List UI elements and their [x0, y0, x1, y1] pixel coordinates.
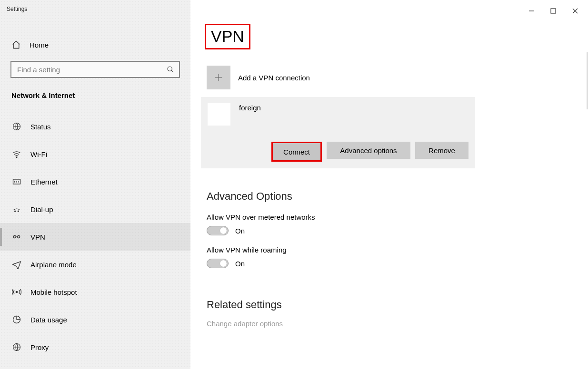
sidebar-item-label: Data usage [30, 316, 67, 324]
datausage-icon [11, 314, 22, 325]
svg-point-8 [16, 291, 17, 292]
svg-point-7 [18, 236, 20, 238]
page-title-highlight-box: VPN [205, 24, 250, 49]
sidebar-item-dialup[interactable]: Dial-up [0, 195, 190, 223]
toggle-metered-switch[interactable] [207, 226, 229, 235]
ethernet-icon [11, 176, 22, 187]
sidebar-item-proxy[interactable]: Proxy [0, 333, 190, 361]
window-controls [518, 0, 588, 22]
hotspot-icon [11, 287, 22, 297]
sidebar-item-label: Wi-Fi [30, 150, 47, 158]
sidebar-item-status[interactable]: Status [0, 113, 190, 140]
connect-button[interactable]: Connect [271, 142, 322, 162]
sidebar-item-label: Status [30, 123, 51, 131]
svg-point-5 [18, 211, 19, 212]
advanced-options-heading: Advanced Options [207, 190, 588, 203]
toggle-roaming-label: Allow VPN while roaming [207, 246, 588, 254]
window-title: Settings [0, 3, 190, 14]
toggle-roaming-block: Allow VPN while roaming On [207, 246, 588, 268]
proxy-icon [11, 342, 22, 352]
sidebar-item-label: Mobile hotspot [30, 288, 77, 296]
close-button[interactable] [570, 6, 580, 16]
advanced-options-button[interactable]: Advanced options [327, 142, 410, 159]
home-nav-item[interactable]: Home [0, 32, 190, 57]
svg-point-0 [168, 67, 172, 71]
home-label: Home [30, 41, 49, 49]
status-icon [11, 121, 22, 132]
svg-point-2 [16, 157, 17, 158]
sidebar-item-label: Dial-up [30, 205, 53, 214]
sidebar-item-data-usage[interactable]: Data usage [0, 306, 190, 333]
wifi-icon [11, 149, 22, 159]
change-adapter-link[interactable]: Change adapter options [207, 320, 588, 328]
sidebar-item-wifi[interactable]: Wi-Fi [0, 140, 190, 168]
sidebar: Settings Home Network & Internet Status [0, 0, 190, 369]
section-label: Network & Internet [0, 78, 190, 104]
sidebar-item-label: Proxy [30, 343, 49, 351]
nav-list: Status Wi-Fi Ethernet D [0, 113, 190, 361]
vpn-buttons-row: Connect Advanced options Remove [208, 142, 468, 162]
sidebar-item-ethernet[interactable]: Ethernet [0, 168, 190, 195]
sidebar-item-vpn[interactable]: VPN [0, 223, 190, 251]
sidebar-item-label: VPN [30, 233, 45, 241]
airplane-icon [11, 259, 22, 270]
toggle-metered-state: On [235, 227, 245, 235]
vpn-icon [11, 232, 22, 242]
home-icon [11, 40, 21, 49]
sidebar-item-hotspot[interactable]: Mobile hotspot [0, 278, 190, 306]
toggle-metered-block: Allow VPN over metered networks On [207, 213, 588, 235]
toggle-roaming-switch[interactable] [207, 259, 229, 268]
content-area: VPN Add a VPN connection foreign Connect… [190, 0, 588, 369]
svg-rect-12 [551, 9, 556, 13]
search-icon [167, 66, 174, 73]
plus-icon [207, 66, 230, 89]
page-title: VPN [211, 28, 244, 44]
toggle-metered-label: Allow VPN over metered networks [207, 213, 588, 221]
search-box[interactable] [10, 61, 180, 78]
sidebar-item-label: Ethernet [30, 178, 58, 186]
dialup-icon [11, 204, 22, 214]
search-input[interactable] [16, 65, 167, 74]
vpn-connection-icon [208, 103, 230, 126]
svg-point-4 [15, 211, 16, 212]
sidebar-item-label: Airplane mode [30, 261, 77, 269]
sidebar-item-airplane[interactable]: Airplane mode [0, 251, 190, 278]
maximize-button[interactable] [548, 6, 558, 16]
svg-point-6 [13, 236, 16, 238]
vpn-connection-header: foreign [208, 103, 468, 126]
add-vpn-label: Add a VPN connection [238, 74, 310, 82]
toggle-roaming-state: On [235, 260, 245, 268]
add-vpn-button[interactable]: Add a VPN connection [207, 66, 588, 89]
minimize-button[interactable] [526, 6, 537, 16]
vpn-connection-name: foreign [239, 103, 261, 112]
remove-button[interactable]: Remove [415, 142, 468, 159]
vpn-connection-card: foreign Connect Advanced options Remove [201, 97, 475, 168]
related-settings-heading: Related settings [207, 299, 588, 311]
